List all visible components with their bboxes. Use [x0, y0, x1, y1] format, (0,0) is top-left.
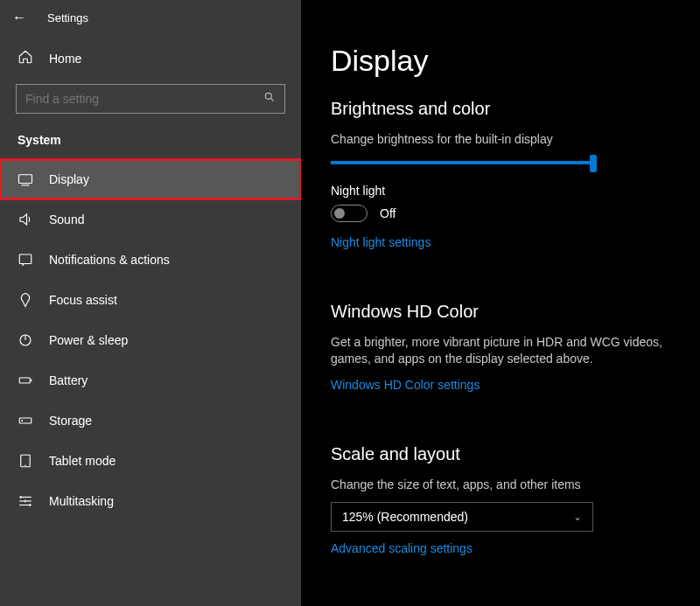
night-light-toggle[interactable] [331, 205, 368, 222]
brightness-desc: Change brightness for the built-in displ… [331, 131, 670, 149]
scale-dropdown[interactable]: 125% (Recommended) ⌄ [331, 502, 593, 532]
night-light-label: Night light [331, 184, 670, 198]
sidebar-item-label: Display [49, 172, 89, 186]
category-label: System [0, 126, 301, 159]
sidebar-item-sound[interactable]: Sound [0, 199, 301, 240]
scale-section-title: Scale and layout [331, 444, 670, 464]
back-arrow-icon[interactable]: ← [12, 10, 26, 25]
toggle-knob [334, 208, 345, 219]
power-icon [18, 332, 33, 348]
sidebar-home[interactable]: Home [0, 35, 301, 77]
svg-rect-4 [19, 254, 32, 264]
sidebar-item-storage[interactable]: Storage [0, 401, 301, 441]
page-title: Display [331, 44, 670, 78]
sidebar-item-label: Storage [49, 414, 92, 428]
app-title: Settings [47, 11, 88, 24]
hd-section-title: Windows HD Color [331, 302, 670, 322]
hd-color-settings-link[interactable]: Windows HD Color settings [331, 378, 480, 392]
sidebar-item-label: Battery [49, 373, 88, 387]
content-area: Display Brightness and color Change brig… [301, 0, 700, 606]
home-icon [18, 49, 33, 68]
tablet-icon [18, 453, 33, 469]
sidebar-item-label: Multitasking [49, 494, 114, 508]
search-icon [263, 91, 276, 107]
sidebar-item-label: Sound [49, 212, 84, 226]
sidebar-item-display[interactable]: Display [0, 159, 301, 199]
sidebar-item-power[interactable]: Power & sleep [0, 320, 301, 360]
scale-desc: Change the size of text, apps, and other… [331, 477, 670, 494]
multitasking-icon [18, 493, 33, 509]
sidebar-item-tablet-mode[interactable]: Tablet mode [0, 441, 301, 481]
sidebar-item-battery[interactable]: Battery [0, 360, 301, 401]
brightness-section-title: Brightness and color [331, 99, 670, 119]
topbar: ← Settings [0, 0, 301, 35]
night-light-toggle-row: Off [331, 205, 670, 222]
slider-thumb[interactable] [590, 155, 597, 172]
night-light-settings-link[interactable]: Night light settings [331, 235, 430, 249]
sidebar-item-label: Focus assist [49, 293, 117, 307]
storage-icon [18, 413, 33, 428]
chevron-down-icon: ⌄ [573, 511, 582, 523]
night-light-state: Off [380, 206, 396, 220]
sidebar-item-focus-assist[interactable]: Focus assist [0, 280, 301, 320]
advanced-scaling-link[interactable]: Advanced scaling settings [331, 541, 472, 555]
display-icon [18, 171, 33, 187]
brightness-slider[interactable] [331, 161, 593, 164]
focus-assist-icon [18, 292, 33, 308]
svg-point-0 [265, 93, 271, 99]
notifications-icon [18, 252, 33, 268]
sidebar-item-notifications[interactable]: Notifications & actions [0, 240, 301, 280]
sidebar-nav: Display Sound Notifications & actions Fo… [0, 159, 301, 521]
sidebar-item-multitasking[interactable]: Multitasking [0, 481, 301, 521]
svg-rect-2 [19, 175, 32, 184]
sound-icon [18, 212, 33, 227]
sidebar: ← Settings Home System Display Sound Not… [0, 0, 301, 606]
sidebar-item-label: Notifications & actions [49, 253, 170, 267]
dropdown-value: 125% (Recommended) [342, 510, 468, 524]
svg-rect-7 [19, 378, 30, 383]
search-box[interactable] [16, 84, 285, 114]
svg-line-1 [271, 99, 274, 101]
search-input[interactable] [25, 92, 263, 106]
sidebar-item-label: Power & sleep [49, 333, 128, 347]
home-label: Home [49, 52, 81, 66]
battery-icon [18, 373, 33, 388]
sidebar-item-label: Tablet mode [49, 454, 116, 468]
svg-point-10 [22, 421, 23, 421]
hd-desc: Get a brighter, more vibrant picture in … [331, 334, 670, 368]
